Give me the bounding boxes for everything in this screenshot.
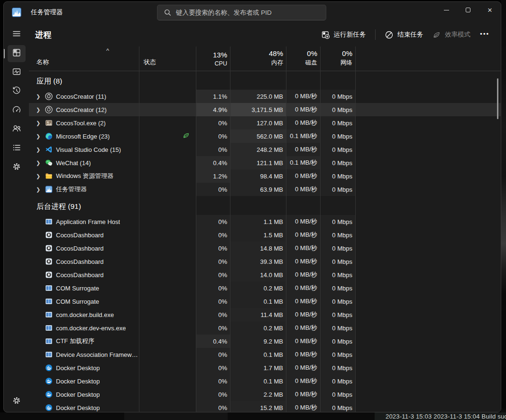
row-filler bbox=[355, 348, 501, 361]
column-header-disk[interactable]: 0% 磁盘 bbox=[286, 47, 320, 71]
process-name-cell[interactable]: Application Frame Host bbox=[29, 215, 139, 228]
sort-ascending-icon: ^ bbox=[106, 47, 109, 54]
sidebar-item-menu[interactable] bbox=[7, 25, 26, 44]
close-button[interactable]: ✕ bbox=[479, 2, 501, 18]
process-row[interactable]: Application Frame Host0%1.1 MB0 MB/秒0 Mb… bbox=[29, 215, 501, 228]
process-name-cell[interactable]: ❯CocosTool.exe (2) bbox=[29, 116, 139, 130]
process-name-cell[interactable]: Docker Desktop bbox=[29, 401, 139, 412]
process-row[interactable]: Docker Desktop0%15.2 MB0 MB/秒0 Mbps bbox=[29, 401, 501, 412]
process-name-cell[interactable]: ❯CocosCreator (12) bbox=[29, 103, 139, 116]
group-header[interactable]: 后台进程 (91) bbox=[29, 198, 501, 215]
process-name-cell[interactable]: CTF 加载程序 bbox=[29, 335, 139, 348]
net-value-cell: 0 Mbps bbox=[320, 335, 355, 348]
column-header-name[interactable]: ^ 名称 bbox=[29, 47, 139, 71]
column-header-status[interactable]: 状态 bbox=[139, 47, 196, 71]
process-row[interactable]: Docker Desktop0%1.7 MB0 MB/秒0 Mbps bbox=[29, 361, 501, 374]
status-cell bbox=[139, 374, 196, 388]
maximize-button[interactable] bbox=[457, 2, 479, 18]
sidebar-nav bbox=[4, 23, 29, 412]
row-filler bbox=[355, 242, 501, 255]
process-name-cell[interactable]: ❯Windows 资源管理器 bbox=[29, 169, 139, 183]
sidebar-item-settings[interactable] bbox=[7, 392, 26, 411]
process-name-cell[interactable]: CocosDashboard bbox=[29, 268, 139, 281]
expand-chevron-icon[interactable]: ❯ bbox=[36, 107, 45, 113]
process-name-cell[interactable]: COM Surrogate bbox=[29, 281, 139, 295]
process-name-cell[interactable]: Docker Desktop bbox=[29, 361, 139, 374]
cpu-value-cell: 0% bbox=[196, 228, 230, 242]
disk-value-cell: 0 MB/秒 bbox=[286, 281, 320, 295]
process-name-cell[interactable]: COM Surrogate bbox=[29, 295, 139, 308]
process-name-cell[interactable]: ❯Microsoft Edge (23) bbox=[29, 130, 139, 143]
maximize-icon bbox=[466, 8, 470, 12]
process-row[interactable]: ❯CocosTool.exe (2)0%127.0 MB0 MB/秒0 Mbps bbox=[29, 116, 501, 130]
disk-value-cell: 0 MB/秒 bbox=[286, 103, 320, 116]
process-row[interactable]: ❯Microsoft Edge (23)0%562.0 MB0.1 MB/秒0 … bbox=[29, 130, 501, 143]
expand-chevron-icon[interactable]: ❯ bbox=[36, 187, 45, 193]
process-row[interactable]: CocosDashboard0%14.8 MB0 MB/秒0 Mbps bbox=[29, 242, 501, 255]
window-caption-buttons: ✕ bbox=[435, 2, 501, 18]
expand-chevron-icon[interactable]: ❯ bbox=[36, 147, 45, 153]
process-name-cell[interactable]: Docker Desktop bbox=[29, 374, 139, 388]
process-name-cell[interactable]: ❯WeChat (14) bbox=[29, 156, 139, 169]
group-header[interactable]: 应用 (8) bbox=[29, 73, 501, 90]
process-name-cell[interactable]: ❯任务管理器 bbox=[29, 183, 139, 196]
process-name-cell[interactable]: Docker Desktop bbox=[29, 388, 139, 401]
expand-chevron-icon[interactable]: ❯ bbox=[36, 93, 45, 100]
process-row[interactable]: com.docker.dev-envs.exe0%0.2 MB0 MB/秒0 M… bbox=[29, 321, 501, 335]
column-header-cpu[interactable]: 13% CPU bbox=[196, 47, 230, 71]
process-row[interactable]: com.docker.build.exe0%11.4 MB0 MB/秒0 Mbp… bbox=[29, 308, 501, 321]
vscode-icon bbox=[45, 146, 53, 153]
process-name-cell[interactable]: ❯CocosCreator (11) bbox=[29, 90, 139, 103]
process-row[interactable]: ❯Visual Studio Code (15)0%248.2 MB0 MB/秒… bbox=[29, 143, 501, 156]
sidebar-item-users[interactable] bbox=[7, 120, 26, 139]
end-task-button[interactable]: 结束任务 bbox=[380, 28, 428, 42]
process-row[interactable]: Device Association Framew…0%0.1 MB0 MB/秒… bbox=[29, 348, 501, 361]
process-name-cell[interactable]: ❯Visual Studio Code (15) bbox=[29, 143, 139, 156]
column-header-memory[interactable]: 48% 内存 bbox=[230, 47, 286, 71]
process-row[interactable]: ❯任务管理器0%63.9 MB0 MB/秒0 Mbps bbox=[29, 183, 501, 196]
expand-chevron-icon[interactable]: ❯ bbox=[36, 133, 45, 140]
sidebar-item-startup-apps[interactable] bbox=[7, 101, 26, 120]
process-name-cell[interactable]: com.docker.dev-envs.exe bbox=[29, 321, 139, 335]
process-row[interactable]: Docker Desktop0%0.1 MB0 MB/秒0 Mbps bbox=[29, 374, 501, 388]
efficiency-mode-button[interactable]: 效率模式 bbox=[428, 28, 475, 42]
expand-chevron-icon[interactable]: ❯ bbox=[36, 173, 45, 179]
process-row[interactable]: CocosDashboard0%14.0 MB0 MB/秒0 Mbps bbox=[29, 268, 501, 281]
process-row[interactable]: CocosDashboard0%1.5 MB0 MB/秒0 Mbps bbox=[29, 228, 501, 242]
process-name-cell[interactable]: com.docker.build.exe bbox=[29, 308, 139, 321]
cpu-value-cell: 1.2% bbox=[196, 169, 230, 183]
sidebar-item-services[interactable] bbox=[7, 158, 26, 177]
search-input[interactable]: 键入要搜索的名称、发布者或 PID bbox=[157, 5, 326, 20]
process-row[interactable]: CTF 加载程序0.4%9.2 MB0 MB/秒0 Mbps bbox=[29, 335, 501, 348]
process-name: COM Surrogate bbox=[56, 298, 99, 305]
process-row[interactable]: Docker Desktop0%2.2 MB0 MB/秒0 Mbps bbox=[29, 388, 501, 401]
process-name-cell[interactable]: CocosDashboard bbox=[29, 242, 139, 255]
sidebar-item-details[interactable] bbox=[7, 139, 26, 158]
sidebar-item-performance[interactable] bbox=[7, 63, 26, 82]
sidebar-item-processes[interactable] bbox=[8, 45, 26, 62]
process-row[interactable]: ❯CocosCreator (11)1.1%225.0 MB0 MB/秒0 Mb… bbox=[29, 90, 501, 103]
process-row[interactable]: COM Surrogate0%0.2 MB0 MB/秒0 Mbps bbox=[29, 281, 501, 295]
process-name-cell[interactable]: Device Association Framew… bbox=[29, 348, 139, 361]
process-name-cell[interactable]: CocosDashboard bbox=[29, 255, 139, 268]
titlebar[interactable]: 任务管理器 键入要搜索的名称、发布者或 PID ✕ bbox=[4, 2, 501, 23]
process-row[interactable]: ❯CocosCreator (12)4.9%3,171.5 MB0 MB/秒0 … bbox=[29, 103, 501, 116]
expand-chevron-icon[interactable]: ❯ bbox=[36, 120, 45, 126]
row-filler bbox=[355, 295, 501, 308]
process-row[interactable]: COM Surrogate0%0.1 MB0 MB/秒0 Mbps bbox=[29, 295, 501, 308]
mem-value-cell: 3,171.5 MB bbox=[230, 103, 286, 116]
minimize-button[interactable] bbox=[435, 2, 457, 18]
sidebar-item-app-history[interactable] bbox=[7, 82, 26, 101]
column-header-network[interactable]: 0% 网络 bbox=[320, 47, 355, 71]
net-value-cell: 0 Mbps bbox=[320, 143, 355, 156]
process-row[interactable]: ❯WeChat (14)0.4%121.1 MB0.1 MB/秒0 Mbps bbox=[29, 156, 501, 169]
vertical-scrollbar[interactable] bbox=[497, 78, 498, 119]
row-filler bbox=[355, 130, 501, 143]
process-row[interactable]: CocosDashboard0%39.3 MB0 MB/秒0 Mbps bbox=[29, 255, 501, 268]
process-row[interactable]: ❯Windows 资源管理器1.2%98.4 MB0 MB/秒0 Mbps bbox=[29, 169, 501, 183]
net-value-cell: 0 Mbps bbox=[320, 255, 355, 268]
more-options-button[interactable]: ••• bbox=[475, 28, 494, 42]
expand-chevron-icon[interactable]: ❯ bbox=[36, 160, 45, 166]
run-new-task-button[interactable]: 运行新任务 bbox=[317, 28, 371, 42]
process-name-cell[interactable]: CocosDashboard bbox=[29, 228, 139, 242]
